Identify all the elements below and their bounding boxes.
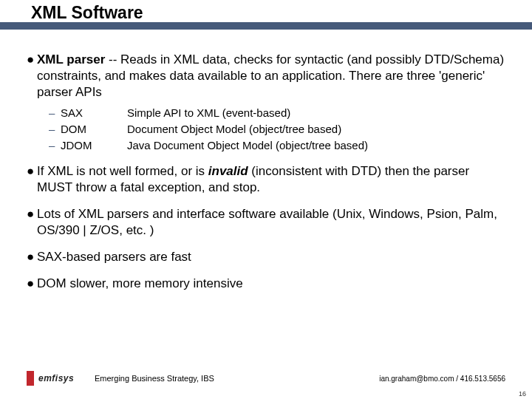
bullet-dot: ● [27, 249, 37, 265]
bullet-text: If XML is not well formed, or is invalid… [37, 163, 505, 196]
bullet-invalid: invalid [208, 164, 248, 178]
logo-mark-icon [27, 371, 34, 386]
bullet-dot: ● [27, 276, 37, 292]
slide-body: ● XML parser -- Reads in XML data, check… [0, 28, 532, 292]
bullet-2: ● If XML is not well formed, or is inval… [27, 163, 505, 196]
bullet-dot: ● [27, 52, 37, 100]
api-row: – SAX Simple API to XML (event-based) [49, 105, 505, 120]
dash-icon: – [49, 137, 61, 153]
api-row: – DOM Document Object Model (object/tree… [49, 121, 505, 137]
bullet-text: XML parser -- Reads in XML data, checks … [37, 52, 505, 100]
api-name: DOM [61, 121, 127, 137]
bullet-dot: ● [27, 206, 37, 239]
logo: emfisys [27, 371, 74, 386]
api-row: – JDOM Java Document Object Model (objec… [49, 137, 505, 153]
bullet-lead: XML parser [37, 52, 105, 66]
bullet-text: Lots of XML parsers and interface softwa… [37, 206, 505, 239]
dash-icon: – [49, 105, 61, 120]
bullet-rest: -- Reads in XML data, checks for syntact… [37, 52, 504, 99]
bullet-5: ● DOM slower, more memory intensive [27, 276, 505, 292]
bullet-3: ● Lots of XML parsers and interface soft… [27, 206, 505, 239]
bullet-dot: ● [27, 163, 37, 196]
api-name: JDOM [61, 137, 127, 153]
page-number: 16 [519, 390, 526, 398]
bullet-1: ● XML parser -- Reads in XML data, check… [27, 52, 505, 100]
bullet-pre: If XML is not well formed, or is [37, 164, 208, 178]
api-list: – SAX Simple API to XML (event-based) – … [49, 105, 505, 153]
bullet-4: ● SAX-based parsers are fast [27, 249, 505, 265]
bullet-text: SAX-based parsers are fast [37, 249, 191, 265]
dash-icon: – [49, 121, 61, 137]
title-bar: XML Software [0, 0, 532, 28]
bullet-text: DOM slower, more memory intensive [37, 276, 243, 292]
footer: emfisys Emerging Business Strategy, IBS … [27, 371, 505, 386]
api-desc: Simple API to XML (event-based) [127, 105, 505, 120]
logo-text: emfisys [38, 373, 74, 383]
footer-center: Emerging Business Strategy, IBS [95, 374, 214, 383]
api-desc: Java Document Object Model (object/tree … [127, 137, 505, 153]
api-desc: Document Object Model (object/tree based… [127, 121, 505, 137]
slide-title: XML Software [31, 3, 143, 23]
footer-right: ian.graham@bmo.com / 416.513.5656 [379, 375, 505, 383]
api-name: SAX [61, 105, 127, 120]
